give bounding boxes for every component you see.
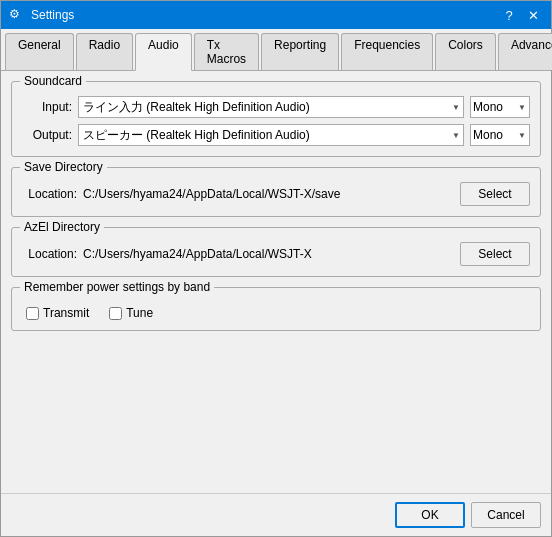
save-directory-title: Save Directory: [20, 160, 107, 174]
title-bar-controls: ? ✕: [499, 5, 543, 25]
settings-window: ⚙ Settings ? ✕ General Radio Audio Tx Ma…: [0, 0, 552, 537]
output-mono-wrapper: Mono Stereo Left Right: [470, 124, 530, 146]
input-row: Input: ライン入力 (Realtek High Definition Au…: [22, 96, 530, 118]
save-select-button[interactable]: Select: [460, 182, 530, 206]
power-settings-group: Remember power settings by band Transmit…: [11, 287, 541, 331]
output-row: Output: スピーカー (Realtek High Definition A…: [22, 124, 530, 146]
input-mono-select[interactable]: Mono Stereo Left Right: [470, 96, 530, 118]
content-area: Soundcard Input: ライン入力 (Realtek High Def…: [1, 71, 551, 493]
soundcard-title: Soundcard: [20, 74, 86, 88]
transmit-checkbox-item: Transmit: [26, 306, 89, 320]
input-label: Input:: [22, 100, 72, 114]
window-icon: ⚙: [9, 7, 25, 23]
tab-reporting[interactable]: Reporting: [261, 33, 339, 70]
tab-general[interactable]: General: [5, 33, 74, 70]
tune-label: Tune: [126, 306, 153, 320]
output-label: Output:: [22, 128, 72, 142]
power-checkboxes-row: Transmit Tune: [22, 306, 530, 320]
azei-location-row: Location: C:/Users/hyama24/AppData/Local…: [22, 242, 530, 266]
output-select[interactable]: スピーカー (Realtek High Definition Audio): [78, 124, 464, 146]
tune-checkbox-item: Tune: [109, 306, 153, 320]
save-location-row: Location: C:/Users/hyama24/AppData/Local…: [22, 182, 530, 206]
tab-colors[interactable]: Colors: [435, 33, 496, 70]
transmit-label: Transmit: [43, 306, 89, 320]
close-button[interactable]: ✕: [523, 5, 543, 25]
azei-location-value: C:/Users/hyama24/AppData/Local/WSJT-X: [83, 247, 454, 261]
input-mono-wrapper: Mono Stereo Left Right: [470, 96, 530, 118]
save-location-label: Location:: [22, 187, 77, 201]
help-button[interactable]: ?: [499, 5, 519, 25]
soundcard-group: Soundcard Input: ライン入力 (Realtek High Def…: [11, 81, 541, 157]
cancel-button[interactable]: Cancel: [471, 502, 541, 528]
azei-directory-title: AzEl Directory: [20, 220, 104, 234]
tab-radio[interactable]: Radio: [76, 33, 133, 70]
output-mono-select[interactable]: Mono Stereo Left Right: [470, 124, 530, 146]
tune-checkbox[interactable]: [109, 307, 122, 320]
azei-directory-group: AzEl Directory Location: C:/Users/hyama2…: [11, 227, 541, 277]
power-settings-title: Remember power settings by band: [20, 280, 214, 294]
azei-select-button[interactable]: Select: [460, 242, 530, 266]
ok-button[interactable]: OK: [395, 502, 465, 528]
tab-frequencies[interactable]: Frequencies: [341, 33, 433, 70]
tab-advanced[interactable]: Advanced: [498, 33, 552, 70]
tab-audio[interactable]: Audio: [135, 33, 192, 71]
tabs-bar: General Radio Audio Tx Macros Reporting …: [1, 29, 551, 71]
window-title: Settings: [31, 8, 74, 22]
save-directory-group: Save Directory Location: C:/Users/hyama2…: [11, 167, 541, 217]
tab-tx-macros[interactable]: Tx Macros: [194, 33, 259, 70]
title-bar-left: ⚙ Settings: [9, 7, 74, 23]
title-bar: ⚙ Settings ? ✕: [1, 1, 551, 29]
save-location-value: C:/Users/hyama24/AppData/Local/WSJT-X/sa…: [83, 187, 454, 201]
output-select-wrapper: スピーカー (Realtek High Definition Audio): [78, 124, 464, 146]
footer: OK Cancel: [1, 493, 551, 536]
azei-location-label: Location:: [22, 247, 77, 261]
transmit-checkbox[interactable]: [26, 307, 39, 320]
input-select-wrapper: ライン入力 (Realtek High Definition Audio): [78, 96, 464, 118]
input-select[interactable]: ライン入力 (Realtek High Definition Audio): [78, 96, 464, 118]
